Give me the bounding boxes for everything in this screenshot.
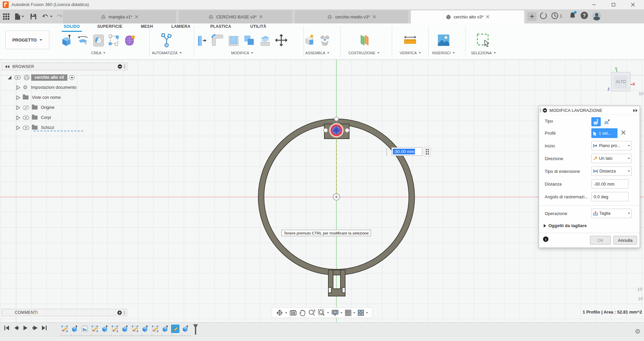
timeline-feature-extrude[interactable]: [70, 325, 79, 333]
look-at-button[interactable]: [289, 310, 297, 316]
new-component-icon[interactable]: [304, 33, 316, 49]
timeline-feature-extrude[interactable]: [141, 325, 149, 333]
timeline-feature-sketch[interactable]: [131, 325, 139, 333]
inizio-dropdown[interactable]: Piano pro...: [591, 141, 632, 150]
ribbon-group-label-crea[interactable]: CREA: [91, 51, 106, 55]
job-status-icon[interactable]: 1: [551, 12, 562, 20]
browser-row-viste[interactable]: Viste con nome: [16, 93, 61, 101]
sweep-icon[interactable]: [93, 33, 105, 48]
dimension-value-selected[interactable]: -30.00 mm: [393, 149, 415, 154]
notifications-bell-icon[interactable]: [569, 12, 576, 20]
display-settings-button[interactable]: [331, 310, 342, 316]
timeline-feature-sketch[interactable]: [151, 325, 159, 333]
angolo-input[interactable]: 0.0 deg: [591, 192, 629, 201]
move-icon[interactable]: [275, 33, 288, 49]
close-tab-icon[interactable]: [373, 14, 376, 19]
clear-selection-icon[interactable]: [621, 130, 626, 136]
press-pull-icon[interactable]: [197, 33, 208, 49]
timeline-feature-base[interactable]: [80, 325, 89, 333]
dimension-drag-handle[interactable]: [424, 147, 431, 157]
app-grid-icon[interactable]: [3, 12, 9, 21]
doc-tab-maniglia[interactable]: maniglia v1*: [63, 10, 176, 23]
collapse-panel-icon[interactable]: [5, 65, 10, 68]
form-icon[interactable]: [123, 33, 136, 49]
timeline-feature-sketch[interactable]: [111, 325, 119, 333]
browser-root-label[interactable]: cerchio alto v3: [31, 74, 67, 81]
ribbon-tab-lamiera[interactable]: LAMIERA: [171, 24, 191, 31]
add-comment-icon[interactable]: [117, 311, 122, 315]
timeline-play-button[interactable]: [23, 325, 28, 332]
insert-image-icon[interactable]: [437, 33, 450, 48]
visibility-eye-icon[interactable]: [23, 116, 29, 120]
project-menu-button[interactable]: PROGETTO: [5, 30, 49, 49]
construction-plane-icon[interactable]: [357, 33, 371, 49]
avatar[interactable]: [592, 12, 601, 20]
timeline-position-marker[interactable]: [193, 324, 199, 337]
sketch-point-handle[interactable]: [334, 117, 338, 121]
timeline-go-end-button[interactable]: [42, 325, 47, 332]
measure-icon[interactable]: [403, 34, 417, 48]
tree-collapsed-icon[interactable]: [16, 85, 20, 90]
tree-collapsed-icon[interactable]: [16, 95, 20, 100]
ribbon-group-label-seleziona[interactable]: SELEZIONA: [471, 51, 496, 55]
ribbon-group-label-modifica[interactable]: MODIFICA: [231, 51, 253, 55]
dialog-grip[interactable]: [540, 108, 541, 113]
operazione-dropdown[interactable]: Taglia: [591, 209, 632, 218]
fillet-icon[interactable]: [211, 33, 224, 48]
doc-tab-cerchio-alto-active[interactable]: cerchio alto v3*: [411, 10, 524, 23]
browser-item-label[interactable]: Viste con nome: [32, 95, 61, 100]
timeline-feature-sketch[interactable]: [60, 325, 69, 333]
oggetti-da-tagliare-expander[interactable]: Oggetti da tagliare: [544, 223, 587, 228]
window-close-button[interactable]: [625, 0, 641, 9]
tree-collapsed-icon[interactable]: [16, 106, 20, 110]
annulla-button[interactable]: Annulla: [613, 236, 637, 245]
window-maximize-button[interactable]: [606, 0, 621, 9]
select-icon[interactable]: [476, 33, 491, 49]
undo-button[interactable]: [42, 12, 53, 21]
visibility-eye-icon[interactable]: [23, 126, 29, 130]
browser-row-origine[interactable]: Origine: [16, 104, 54, 112]
dimension-input[interactable]: -30.00 mm: [391, 147, 422, 156]
timeline-step-back-button[interactable]: [13, 325, 19, 332]
dialog-expand-icon[interactable]: [633, 109, 638, 112]
viewports-button[interactable]: [358, 310, 368, 316]
new-tab-button[interactable]: [527, 12, 537, 21]
ok-button[interactable]: OK: [590, 236, 611, 245]
shell-icon[interactable]: [227, 33, 240, 48]
extrude-type-solid-button[interactable]: [591, 117, 601, 126]
ribbon-group-label-inserisci[interactable]: INSERISCI: [432, 51, 454, 55]
browser-item-label[interactable]: Corpi: [41, 115, 51, 120]
tree-collapsed-icon[interactable]: [16, 116, 20, 120]
dialog-header[interactable]: MODIFICA LAVORAZIONE: [539, 106, 640, 115]
distanza-input[interactable]: -30.00 mm: [591, 179, 629, 189]
browser-panel-header[interactable]: BROWSER: [2, 63, 127, 70]
panel-grip[interactable]: [124, 64, 125, 69]
sketch-point-handle[interactable]: [345, 128, 349, 132]
comments-panel-header[interactable]: COMMENTI: [2, 309, 127, 316]
orbit-button[interactable]: [276, 309, 287, 317]
visibility-eye-icon[interactable]: [14, 75, 21, 80]
automate-icon[interactable]: [161, 33, 172, 49]
timeline-feature-sketch-selected[interactable]: [171, 325, 179, 333]
zoom-window-button[interactable]: [318, 309, 329, 317]
direzione-dropdown[interactable]: Un lato: [591, 154, 632, 163]
activate-component-radio[interactable]: [69, 75, 74, 80]
browser-item-label[interactable]: Origine: [41, 105, 54, 110]
sketch-dimension-icon[interactable]: [108, 33, 120, 48]
grid-display-button[interactable]: [345, 310, 355, 316]
window-minimize-button[interactable]: [586, 0, 602, 9]
viewcube[interactable]: ALTO: [611, 72, 631, 91]
timeline-feature-extrude[interactable]: [181, 325, 190, 333]
timeline-go-start-button[interactable]: [4, 325, 9, 332]
doc-tab-cerchio-medio[interactable]: cerchio medio v3*: [295, 10, 408, 23]
pan-button[interactable]: [299, 309, 306, 317]
viewcube-face-alto[interactable]: ALTO: [614, 75, 628, 88]
browser-item-label[interactable]: Impostazioni documento: [31, 85, 76, 90]
ribbon-tab-mesh[interactable]: MESH: [141, 24, 153, 31]
revolve-icon[interactable]: [76, 33, 90, 48]
ribbon-group-label-costruzione[interactable]: COSTRUZIONE: [348, 51, 379, 55]
doc-tab-cerchio-base[interactable]: CERCHIO BASE v3*: [179, 10, 292, 23]
timeline-step-forward-button[interactable]: [32, 325, 38, 332]
timeline-feature-extrude[interactable]: [161, 325, 169, 333]
ribbon-group-label-automatizza[interactable]: AUTOMATIZZA: [152, 51, 182, 55]
